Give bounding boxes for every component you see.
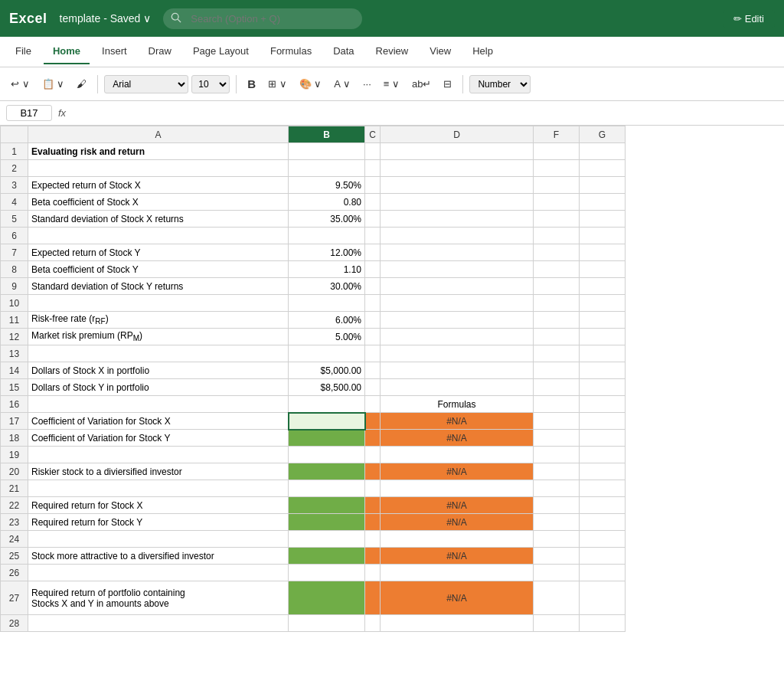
cell-d-26[interactable]	[381, 565, 534, 581]
tab-file[interactable]: File	[6, 39, 41, 64]
tab-home[interactable]: Home	[44, 39, 90, 64]
col-header-b[interactable]: B	[289, 126, 365, 143]
cell-d-1[interactable]	[381, 143, 534, 160]
cell-c-2[interactable]	[365, 160, 381, 177]
cell-g-26[interactable]	[580, 565, 626, 581]
cell-b-20[interactable]	[289, 463, 365, 480]
cell-b-15[interactable]: $8,500.00	[289, 379, 365, 396]
cell-g-23[interactable]	[580, 514, 626, 531]
cell-b-21[interactable]	[289, 480, 365, 497]
cell-d-21[interactable]	[381, 480, 534, 497]
row-header-24[interactable]: 24	[1, 531, 28, 548]
cell-b-28[interactable]	[289, 615, 365, 632]
cell-g-13[interactable]	[580, 345, 626, 362]
clipboard-button[interactable]: 📋 ∨	[38, 75, 70, 93]
cell-reference-input[interactable]	[6, 105, 52, 121]
cell-f-24[interactable]	[534, 531, 580, 548]
cell-d-4[interactable]	[381, 194, 534, 211]
cell-b-17[interactable]	[289, 413, 365, 430]
cell-d-16[interactable]: Formulas	[381, 396, 534, 413]
row-header-23[interactable]: 23	[1, 514, 28, 531]
cell-c-1[interactable]	[365, 143, 381, 160]
cell-b-10[interactable]	[289, 295, 365, 312]
cell-g-27[interactable]	[580, 581, 626, 615]
cell-b-1[interactable]	[289, 143, 365, 160]
cell-c-18[interactable]	[365, 430, 381, 447]
cell-b-24[interactable]	[289, 531, 365, 548]
cell-f-10[interactable]	[534, 295, 580, 312]
cell-d-11[interactable]	[381, 312, 534, 329]
cell-c-27[interactable]	[365, 581, 381, 615]
tab-view[interactable]: View	[420, 39, 460, 64]
cell-b-8[interactable]: 1.10	[289, 261, 365, 278]
cell-b-7[interactable]: 12.00%	[289, 244, 365, 261]
cell-d-8[interactable]	[381, 261, 534, 278]
cell-c-20[interactable]	[365, 463, 381, 480]
cell-d-10[interactable]	[381, 295, 534, 312]
cell-c-3[interactable]	[365, 177, 381, 194]
tab-page-layout[interactable]: Page Layout	[184, 39, 258, 64]
cell-g-2[interactable]	[580, 160, 626, 177]
cell-a-7[interactable]: Expected return of Stock Y	[28, 244, 289, 261]
cell-f-2[interactable]	[534, 160, 580, 177]
cell-a-27[interactable]: Required return of portfolio containingS…	[28, 581, 289, 615]
cell-f-9[interactable]	[534, 278, 580, 295]
cell-a-17[interactable]: Coefficient of Variation for Stock X	[28, 413, 289, 430]
cell-c-19[interactable]	[365, 447, 381, 463]
cell-a-9[interactable]: Standard deviation of Stock Y returns	[28, 278, 289, 295]
cell-d-12[interactable]	[381, 329, 534, 345]
cell-a-25[interactable]: Stock more attractive to a diversified i…	[28, 548, 289, 565]
cell-c-6[interactable]	[365, 228, 381, 244]
row-header-14[interactable]: 14	[1, 362, 28, 379]
undo-button[interactable]: ↩ ∨	[6, 75, 34, 93]
cell-d-22[interactable]: #N/A	[381, 497, 534, 514]
cell-f-27[interactable]	[534, 581, 580, 615]
cell-a-20[interactable]: Riskier stock to a diviersified investor	[28, 463, 289, 480]
cell-f-4[interactable]	[534, 194, 580, 211]
cell-f-3[interactable]	[534, 177, 580, 194]
cell-g-24[interactable]	[580, 531, 626, 548]
cell-g-18[interactable]	[580, 430, 626, 447]
cell-c-28[interactable]	[365, 615, 381, 632]
tab-draw[interactable]: Draw	[139, 39, 181, 64]
fill-color-button[interactable]: 🎨 ∨	[295, 75, 327, 93]
cell-c-17[interactable]	[365, 413, 381, 430]
tab-review[interactable]: Review	[367, 39, 418, 64]
cell-c-22[interactable]	[365, 497, 381, 514]
col-header-f[interactable]: F	[534, 126, 580, 143]
cell-c-9[interactable]	[365, 278, 381, 295]
cell-d-2[interactable]	[381, 160, 534, 177]
cell-f-21[interactable]	[534, 480, 580, 497]
cell-b-11[interactable]: 6.00%	[289, 312, 365, 329]
cell-c-12[interactable]	[365, 329, 381, 345]
cell-c-14[interactable]	[365, 362, 381, 379]
cell-a-28[interactable]	[28, 615, 289, 632]
cell-c-21[interactable]	[365, 480, 381, 497]
number-format-selector[interactable]: Number	[469, 75, 531, 93]
cell-g-9[interactable]	[580, 278, 626, 295]
row-header-6[interactable]: 6	[1, 228, 28, 244]
cell-c-7[interactable]	[365, 244, 381, 261]
tab-formulas[interactable]: Formulas	[261, 39, 321, 64]
cell-g-20[interactable]	[580, 463, 626, 480]
row-header-13[interactable]: 13	[1, 345, 28, 362]
row-header-3[interactable]: 3	[1, 177, 28, 194]
font-color-button[interactable]: A ∨	[329, 75, 355, 93]
cell-g-21[interactable]	[580, 480, 626, 497]
cell-f-14[interactable]	[534, 362, 580, 379]
row-header-12[interactable]: 12	[1, 329, 28, 345]
cell-c-16[interactable]	[365, 396, 381, 413]
cell-g-1[interactable]	[580, 143, 626, 160]
format-painter-button[interactable]: 🖌	[72, 75, 91, 93]
cell-a-24[interactable]	[28, 531, 289, 548]
cell-b-5[interactable]: 35.00%	[289, 211, 365, 228]
cell-g-19[interactable]	[580, 447, 626, 463]
font-size-selector[interactable]: 10	[191, 75, 230, 93]
search-input[interactable]	[163, 8, 362, 29]
cell-g-3[interactable]	[580, 177, 626, 194]
row-header-21[interactable]: 21	[1, 480, 28, 497]
cell-a-1[interactable]: Evaluating risk and return	[28, 143, 289, 160]
cell-b-18[interactable]	[289, 430, 365, 447]
tab-insert[interactable]: Insert	[93, 39, 136, 64]
cell-b-22[interactable]	[289, 497, 365, 514]
